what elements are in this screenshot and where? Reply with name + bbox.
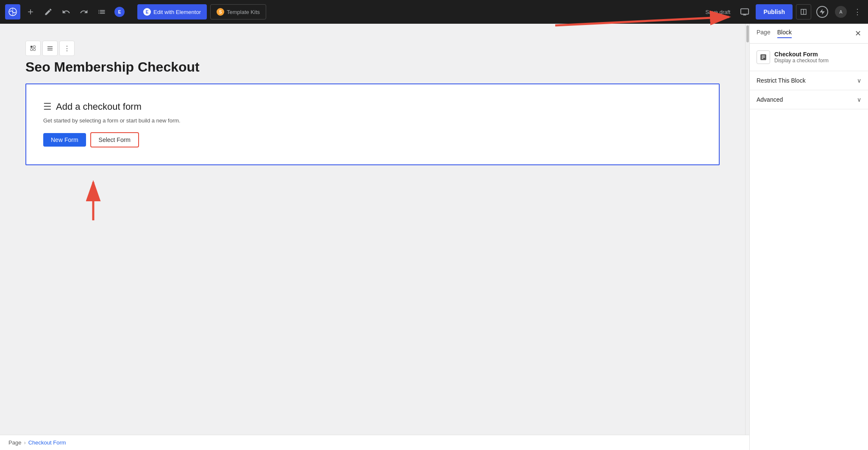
checkout-block[interactable]: ☰ Add a checkout form Get started by sel…	[25, 83, 720, 165]
redo-button[interactable]	[76, 4, 92, 19]
user-avatar-icon: A	[835, 6, 847, 18]
svg-rect-2	[741, 9, 748, 14]
sidebar-accordion: Restrict This Block ∨ Advanced ∨	[750, 71, 868, 109]
editor-area: ⋮ Seo Membership Checkout ☰ Add a checko…	[0, 24, 745, 450]
new-form-button[interactable]: New Form	[43, 133, 86, 147]
block-actions: New Form Select Form	[43, 132, 702, 147]
template-kits-button[interactable]: S Template Kits	[210, 4, 266, 19]
breadcrumb-checkout-form[interactable]: Checkout Form	[28, 439, 66, 446]
wp-logo-button[interactable]	[5, 4, 20, 19]
checkout-block-inner: ☰ Add a checkout form Get started by sel…	[43, 101, 702, 147]
checkout-form-block-icon: ☰	[43, 101, 52, 112]
restrict-block-title: Restrict This Block	[757, 77, 806, 84]
add-block-button[interactable]	[23, 4, 38, 19]
preview-button[interactable]	[737, 4, 752, 19]
checkout-form-info: Checkout Form Display a checkout form	[774, 51, 829, 64]
toolbar: E E Edit with Elementor S Template Kits …	[0, 0, 868, 24]
checkout-form-panel-desc: Display a checkout form	[774, 58, 829, 64]
streak-button[interactable]	[815, 4, 830, 19]
checkout-form-header: Checkout Form Display a checkout form	[750, 44, 868, 71]
tab-page[interactable]: Page	[757, 29, 771, 38]
checkout-block-subtitle: Get started by selecting a form or start…	[43, 117, 702, 124]
sidebar-toggle-button[interactable]	[796, 4, 811, 19]
block-title-row: ☰ Add a checkout form	[43, 101, 702, 112]
list-view-button[interactable]	[94, 4, 109, 19]
restrict-block-accordion: Restrict This Block ∨	[750, 71, 868, 90]
advanced-accordion: Advanced ∨	[750, 90, 868, 109]
save-draft-button[interactable]: Save draft	[702, 6, 734, 18]
breadcrumb-separator: ›	[24, 439, 25, 446]
select-form-button[interactable]: Select Form	[90, 132, 139, 147]
checkout-form-panel-title: Checkout Form	[774, 51, 829, 58]
advanced-accordion-header[interactable]: Advanced ∨	[750, 90, 868, 109]
right-sidebar: Page Block ✕ Checkout Form Display a che…	[749, 24, 868, 450]
more-options-button[interactable]: ⋮	[852, 6, 863, 18]
restrict-block-chevron-icon: ∨	[857, 77, 861, 84]
page-title: Seo Membership Checkout	[25, 59, 720, 75]
toolbar-left: E	[5, 4, 127, 19]
checkout-block-title: Add a checkout form	[56, 101, 142, 112]
avatar-button[interactable]: A	[833, 4, 849, 19]
restrict-block-accordion-header[interactable]: Restrict This Block ∨	[750, 71, 868, 90]
sidebar-close-button[interactable]: ✕	[855, 30, 861, 37]
block-more-button[interactable]: ⋮	[59, 41, 75, 56]
toolbar-right: Save draft Publish A ⋮	[702, 4, 863, 19]
advanced-chevron-icon: ∨	[857, 96, 861, 103]
main-layout: ⋮ Seo Membership Checkout ☰ Add a checko…	[0, 24, 868, 450]
publish-button[interactable]: Publish	[756, 4, 793, 19]
breadcrumb-page: Page	[8, 439, 21, 446]
tab-block[interactable]: Block	[777, 29, 792, 38]
edit-with-elementor-button[interactable]: E Edit with Elementor	[137, 4, 207, 19]
breadcrumb-bar: Page › Checkout Form	[0, 435, 749, 450]
block-align-button[interactable]	[42, 41, 58, 56]
svg-rect-5	[33, 46, 36, 48]
sidebar-tabs: Page Block	[757, 29, 792, 38]
advanced-title: Advanced	[757, 96, 783, 103]
elementor-circle-button[interactable]: E	[112, 4, 127, 19]
scrollbar-thumb[interactable]	[746, 25, 749, 42]
svg-rect-3	[31, 46, 33, 48]
block-toolbar: ⋮	[25, 41, 720, 56]
scrollbar-divider	[745, 24, 749, 450]
sidebar-header: Page Block ✕	[750, 24, 868, 44]
svg-rect-4	[31, 49, 33, 51]
tools-button[interactable]	[41, 4, 56, 19]
undo-button[interactable]	[58, 4, 74, 19]
svg-rect-6	[33, 49, 36, 51]
s-badge-icon	[816, 6, 828, 18]
checkout-form-icon	[757, 50, 770, 64]
block-type-button[interactable]	[25, 41, 41, 56]
toolbar-center: E Edit with Elementor S Template Kits	[137, 4, 266, 19]
